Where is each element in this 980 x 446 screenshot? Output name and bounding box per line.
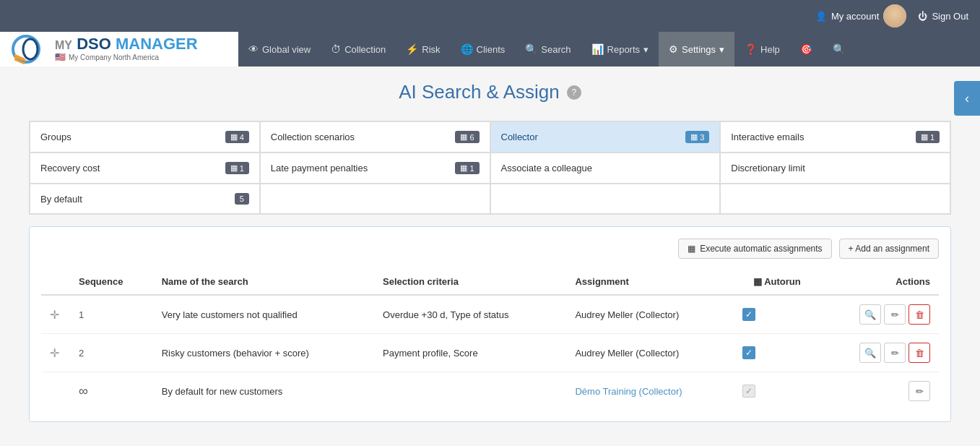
autorun-checkbox-1[interactable]: ✓ <box>742 308 755 321</box>
name-cell-1: Very late customers not qualified <box>153 295 374 334</box>
nav-search[interactable]: 🔍 Search <box>515 32 581 67</box>
seq-value: 2 <box>79 348 84 359</box>
drag-handle-icon[interactable]: ✛ <box>50 347 59 359</box>
sign-out-label: Sign Out <box>932 11 968 22</box>
drag-cell-3 <box>41 372 70 411</box>
row-assignment: Audrey Meller (Collector) <box>575 309 679 320</box>
tab-collector[interactable]: Collector ▦ 3 <box>490 121 721 153</box>
chevron-left-icon: ‹ <box>965 91 969 106</box>
badge-icon: ▦ <box>230 163 238 173</box>
tab-collection-scenarios[interactable]: Collection scenarios ▦ 6 <box>260 121 490 153</box>
row-criteria: Payment profile, Score <box>383 348 478 359</box>
execute-btn-label: Execute automatic assignments <box>700 244 822 254</box>
power-icon: ⏻ <box>918 11 927 22</box>
logo-area: MY DSO MANAGER 🇺🇸 My Company North Ameri… <box>0 32 238 67</box>
delete-button-2[interactable]: 🗑 <box>909 343 930 363</box>
nav-global-view[interactable]: 👁 Global view <box>238 32 321 67</box>
nav-settings-label: Settings <box>682 44 716 55</box>
nav-settings[interactable]: ⚙ Settings ▾ <box>659 32 734 67</box>
logo-dso: DSO <box>77 35 111 53</box>
autorun-cell-1: ✓ <box>734 295 820 334</box>
drag-cell-2[interactable]: ✛ <box>41 334 70 372</box>
add-assignment-button[interactable]: + Add an assignment <box>839 239 939 259</box>
badge-value: 1 <box>469 164 474 173</box>
autorun-checkbox-3: ✓ <box>742 385 755 398</box>
th-actions: Actions <box>820 269 939 295</box>
edit-button-1[interactable]: ✏ <box>884 304 906 325</box>
autorun-checkbox-2[interactable]: ✓ <box>742 346 755 359</box>
edit-button-3[interactable]: ✏ <box>909 381 930 401</box>
clock-icon: ⏱ <box>331 43 341 55</box>
criteria-cell-1: Overdue +30 d, Type of status <box>374 295 566 334</box>
tab-late-payment[interactable]: Late payment penalties ▦ 1 <box>260 153 490 184</box>
autorun-cell-3: ✓ <box>734 372 820 411</box>
th-autorun-label: Autorun <box>764 276 801 287</box>
tab-groups[interactable]: Groups ▦ 4 <box>30 121 260 153</box>
tab-by-default[interactable]: By default 5 <box>30 184 260 214</box>
gear-icon: ⚙ <box>669 43 678 55</box>
th-criteria-label: Selection criteria <box>383 276 459 287</box>
tab-empty-2 <box>490 184 721 214</box>
tab-grid: Groups ▦ 4 Collection scenarios ▦ 6 Coll… <box>29 121 951 215</box>
row-assignment-link[interactable]: Démo Training (Collector) <box>575 386 682 397</box>
th-sequence: Sequence <box>70 269 153 295</box>
nav-search-label: Search <box>541 44 571 55</box>
execute-assignments-button[interactable]: ▦ Execute automatic assignments <box>678 239 831 259</box>
nav-search2[interactable]: 🔍 <box>823 32 855 67</box>
infinity-symbol: ∞ <box>79 384 88 398</box>
tab-associate-colleague[interactable]: Associate a colleague <box>490 153 721 184</box>
logo-my: MY <box>55 39 72 51</box>
tab-interactive-emails[interactable]: Interactive emails ▦ 1 <box>720 121 950 153</box>
action-buttons-3: ✏ <box>829 381 930 401</box>
action-buttons-2: 🔍 ✏ 🗑 <box>829 343 930 363</box>
drag-handle-icon[interactable]: ✛ <box>50 309 59 321</box>
row-assignment: Audrey Meller (Collector) <box>575 348 679 359</box>
sign-out-link[interactable]: ⏻ Sign Out <box>918 11 968 22</box>
flag-icon: 🇺🇸 <box>55 52 66 62</box>
tab-row-1: Groups ▦ 4 Collection scenarios ▦ 6 Coll… <box>30 121 950 153</box>
th-sequence-label: Sequence <box>79 276 123 287</box>
tab-groups-badge: ▦ 4 <box>225 131 249 143</box>
tab-collection-scenarios-badge: ▦ 6 <box>455 131 479 143</box>
tab-discretionary-limit[interactable]: Discretionary limit <box>720 153 950 184</box>
collapse-button[interactable]: ‹ <box>954 81 980 116</box>
help-circle-button[interactable]: ? <box>567 85 581 100</box>
nav-global-view-label: Global view <box>262 44 311 55</box>
search2-icon: 🔍 <box>833 43 845 55</box>
badge-value: 6 <box>469 133 474 142</box>
company-name: My Company North America <box>69 53 159 61</box>
view-button-2[interactable]: 🔍 <box>859 343 881 363</box>
my-account-link[interactable]: 👤 My account <box>815 4 906 27</box>
tab-recovery-cost[interactable]: Recovery cost ▦ 1 <box>30 153 260 184</box>
nav-extra[interactable]: 🎯 <box>790 32 823 67</box>
drag-cell-1[interactable]: ✛ <box>41 295 70 334</box>
action-buttons-1: 🔍 ✏ 🗑 <box>829 304 930 325</box>
name-cell-3: By default for new customers <box>153 372 374 411</box>
table-row: ✛ 2 Risky customers (behavior + score) P… <box>41 334 939 372</box>
th-assignment-label: Assignment <box>575 276 628 287</box>
badge-value: 1 <box>930 133 935 142</box>
assignment-cell-1: Audrey Meller (Collector) <box>566 295 733 334</box>
logo-subtitle: 🇺🇸 My Company North America <box>55 52 198 62</box>
th-name: Name of the search <box>153 269 374 295</box>
nav-reports[interactable]: 📊 Reports ▾ <box>581 32 659 67</box>
seq-cell-1: 1 <box>70 295 153 334</box>
table-toolbar: ▦ Execute automatic assignments + Add an… <box>41 239 939 259</box>
top-bar: 👤 My account ⏻ Sign Out <box>0 0 980 32</box>
nav-risk[interactable]: ⚡ Risk <box>396 32 450 67</box>
delete-button-1[interactable]: 🗑 <box>909 304 930 325</box>
nav-clients[interactable]: 🌐 Clients <box>451 32 516 67</box>
row-name: By default for new customers <box>162 386 283 397</box>
view-button-1[interactable]: 🔍 <box>859 304 881 325</box>
assignments-table: Sequence Name of the search Selection cr… <box>41 269 939 410</box>
row-criteria: Overdue +30 d, Type of status <box>383 309 508 320</box>
row-name: Risky customers (behavior + score) <box>162 348 309 359</box>
badge-value: 3 <box>700 133 704 142</box>
tab-row-2: Recovery cost ▦ 1 Late payment penalties… <box>30 153 950 184</box>
nav-help[interactable]: ❓ Help <box>734 32 790 67</box>
edit-button-2[interactable]: ✏ <box>884 343 906 363</box>
badge-icon: ▦ <box>230 132 238 142</box>
nav-collection[interactable]: ⏱ Collection <box>321 32 396 67</box>
run-icon: ▦ <box>688 244 695 254</box>
criteria-cell-2: Payment profile, Score <box>374 334 566 372</box>
